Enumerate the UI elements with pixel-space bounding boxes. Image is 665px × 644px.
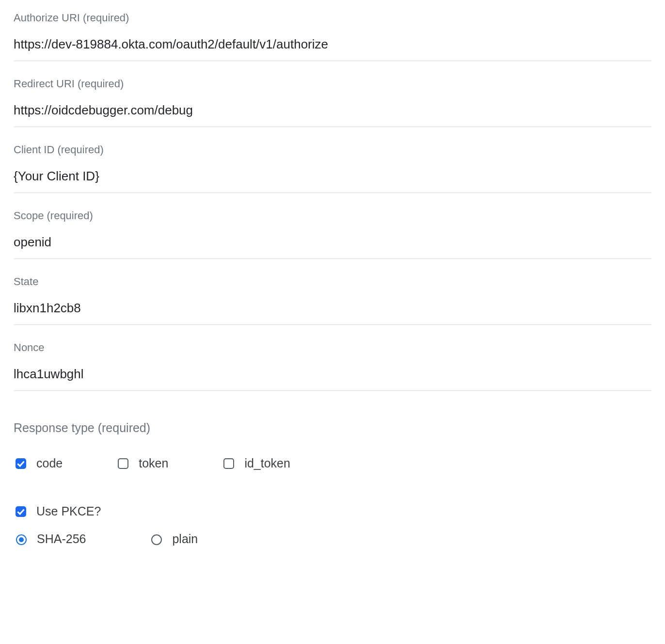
client-id-label: Client ID (required) [14,142,651,156]
state-label: State [14,274,651,288]
nonce-label: Nonce [14,339,651,354]
pkce-method-plain-radio[interactable] [151,534,162,545]
response-type-code[interactable]: code [14,456,63,470]
use-pkce-label: Use PKCE? [36,504,101,518]
authorize-uri-label: Authorize URI (required) [14,10,651,24]
authorize-uri-input[interactable] [14,33,651,61]
field-client-id: Client ID (required) [14,142,651,193]
oauth-debug-form: Authorize URI (required) Redirect URI (r… [0,0,665,575]
response-type-code-label: code [36,456,63,470]
response-type-row: code token id_token [14,456,651,470]
field-state: State [14,274,651,325]
use-pkce-checkbox[interactable] [16,506,26,517]
response-type-token[interactable]: token [116,456,168,470]
redirect-uri-label: Redirect URI (required) [14,76,651,90]
use-pkce[interactable]: Use PKCE? [14,504,651,518]
field-redirect-uri: Redirect URI (required) [14,76,651,127]
scope-input[interactable] [14,231,651,259]
field-authorize-uri: Authorize URI (required) [14,10,651,61]
field-nonce: Nonce [14,339,651,391]
pkce-method-plain[interactable]: plain [149,532,198,546]
response-type-id-token-label: id_token [244,456,290,470]
nonce-input[interactable] [14,363,651,391]
pkce-method-sha256[interactable]: SHA-256 [14,532,86,546]
pkce-method-row: SHA-256 plain [14,532,651,546]
response-type-id-token[interactable]: id_token [222,456,290,470]
scope-label: Scope (required) [14,208,651,222]
response-type-code-checkbox[interactable] [16,458,26,469]
client-id-input[interactable] [14,165,651,193]
pkce-method-sha256-radio[interactable] [16,534,27,545]
response-type-id-token-checkbox[interactable] [223,458,234,469]
state-input[interactable] [14,297,651,325]
response-type-token-label: token [139,456,168,470]
field-scope: Scope (required) [14,208,651,259]
pkce-method-sha256-label: SHA-256 [37,532,86,546]
response-type-token-checkbox[interactable] [118,458,128,469]
redirect-uri-input[interactable] [14,99,651,127]
response-type-title: Response type (required) [14,421,651,435]
pkce-method-plain-label: plain [172,532,198,546]
